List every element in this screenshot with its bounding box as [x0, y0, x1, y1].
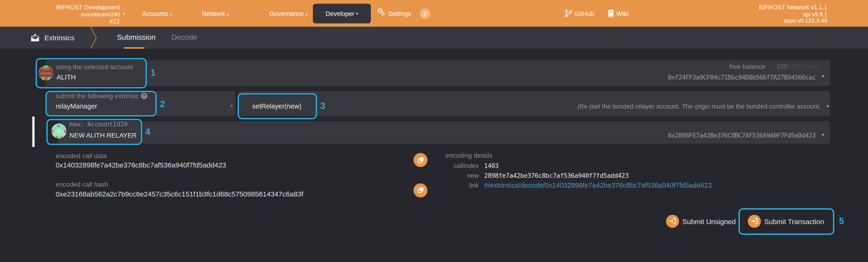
book-icon [608, 9, 614, 17]
chevron-down-icon: ▾ [356, 11, 358, 16]
encoded-data-value: 0x14032898fe7a42be376c8bc7af536a940f7fd5… [56, 161, 226, 169]
account-select-row[interactable] [45, 60, 830, 86]
runtime-version: BIFROST Network v1.1.1 [706, 4, 827, 11]
annotation-box-3 [237, 93, 317, 119]
apps-version: apps v0.122.3-48 [706, 17, 827, 24]
nav-settings[interactable]: Settings [388, 10, 411, 17]
git-branch-icon [565, 9, 572, 17]
app-root: BIFROST Development moonbeam/240 ▾ #22 A… [0, 0, 868, 262]
tab-submission[interactable]: Submission [117, 33, 155, 41]
annotation-box-2 [45, 90, 157, 116]
account-address: 0xf24FF3a9CF04c71Dbc94D0b566f7A27B94566c… [668, 73, 816, 81]
extrinsics-icon [31, 34, 39, 41]
param-indent-bar [32, 116, 34, 147]
chevron-down-icon: ▾ [123, 12, 125, 16]
nav-accounts[interactable]: Accounts ▾ [142, 10, 172, 17]
decode-link[interactable]: #/extrinsics/decode/0x14032898fe7a42be37… [484, 181, 712, 189]
signin-icon [666, 214, 679, 228]
block-number: #22 [0, 18, 120, 25]
chevron-down-icon[interactable]: ▾ [230, 104, 232, 108]
encoded-data-label: encoded call data [56, 152, 106, 159]
callindex-label: callIndex [385, 162, 479, 169]
annotation-number-5: 5 [839, 216, 844, 226]
annotation-number-1: 1 [151, 68, 155, 78]
encoding-details-title: encoding details [445, 152, 493, 159]
annotation-box-1 [35, 58, 147, 88]
tab-bar: Extrinsics Submission Decode [0, 27, 868, 49]
encoded-hash-label: encoded call hash [56, 181, 108, 188]
api-version: api v9.9.1 [706, 11, 827, 18]
free-balance-label: free balance [729, 63, 765, 70]
network-name: BIFROST Development [0, 4, 120, 11]
chevron-down-icon: ▾ [227, 12, 229, 17]
nav-github[interactable]: GitHub [574, 10, 594, 17]
encoded-hash-value: 0xe23168ab562a2c7b9cc6e2457c35c6c151f1b3… [56, 190, 303, 198]
link-label: link [385, 182, 479, 189]
annotation-box-4 [46, 119, 142, 145]
active-tab-underline [124, 47, 145, 49]
nav-developer[interactable]: Developer ▾ [313, 4, 371, 23]
top-header-bar: BIFROST Development moonbeam/240 ▾ #22 A… [0, 0, 868, 27]
section-title: Extrinsics [44, 34, 74, 41]
annotation-box-5 [738, 208, 834, 235]
method-description: (Re-)set the bonded relayer account. The… [577, 103, 821, 110]
submit-unsigned-label: Submit Unsigned [682, 217, 736, 226]
breadcrumb-chevron [89, 27, 98, 49]
annotation-number-3: 3 [320, 101, 325, 111]
chevron-down-icon[interactable]: ▾ [827, 104, 829, 108]
nav-network[interactable]: Network ▾ [202, 10, 229, 17]
chevron-down-icon: ▾ [170, 12, 172, 17]
callindex-value: 1403 [484, 162, 499, 169]
tab-decode[interactable]: Decode [172, 33, 197, 41]
annotation-number-2: 2 [160, 99, 165, 109]
param-address: 0x2898FE7a42Be376C8BC7AF536A940F7Fd5aDd4… [668, 131, 816, 139]
annotation-number-4: 4 [146, 126, 150, 137]
new-param-label: new [385, 172, 479, 179]
nav-governance[interactable]: Governance ▾ [269, 10, 308, 17]
chevron-down-icon[interactable]: ▾ [822, 74, 824, 79]
free-balance-value: 100.0000 BBFC [777, 63, 819, 70]
gears-icon: ⚙⚙ [377, 6, 388, 15]
settings-badge: 2 [420, 8, 430, 19]
network-endpoint: moonbeam/240 [0, 11, 120, 18]
chevron-down-icon[interactable]: ▾ [822, 132, 824, 137]
new-param-value: 2898fe7a42be376c8bc7af536a940f7fd5add423 [484, 172, 628, 179]
chevron-down-icon: ▾ [306, 12, 308, 17]
nav-wiki[interactable]: Wiki [616, 10, 628, 17]
